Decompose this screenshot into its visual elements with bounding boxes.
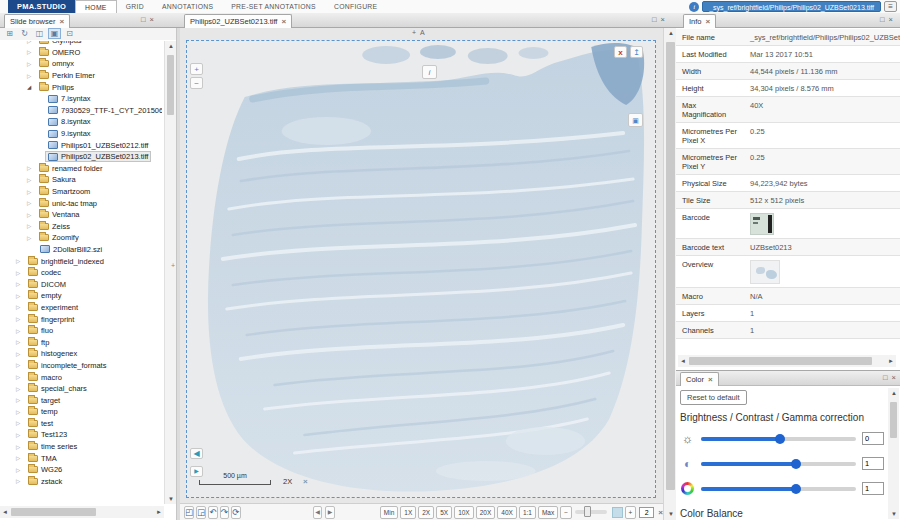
fit-screen-icon[interactable]: ◰	[184, 506, 194, 519]
scroll-down-icon[interactable]: ▼	[168, 496, 174, 502]
tab-viewer-slide[interactable]: Philips02_UZBSet0213.tiff ×	[184, 14, 292, 28]
close-icon[interactable]: ×	[150, 15, 154, 24]
close-slide-button[interactable]: x	[614, 46, 627, 58]
viewport-drag-handle[interactable]: + A	[412, 29, 425, 36]
zoom-slider-minus-button[interactable]: −	[560, 506, 572, 519]
scroll-up-icon[interactable]: ▲	[891, 390, 897, 396]
collapsed-arrow-icon[interactable]: ▷	[27, 73, 36, 79]
collapsed-arrow-icon[interactable]: ▷	[16, 293, 25, 299]
tree-item-wg26[interactable]: ▷WG26	[0, 464, 162, 476]
contrast-slider-track[interactable]	[701, 462, 856, 466]
tree-item-perkin-elmer[interactable]: ▷Perkin Elmer	[0, 70, 162, 82]
close-icon[interactable]: ×	[889, 15, 893, 24]
close-icon[interactable]: ×	[708, 376, 713, 384]
tree-item-experiment[interactable]: ▷experiment	[0, 302, 162, 314]
tree-item-philips[interactable]: ◢Philips	[0, 81, 162, 93]
tree-item-macro[interactable]: ▷macro	[0, 371, 162, 383]
zoom-in-button[interactable]: +	[190, 63, 203, 75]
brightness-slider-track[interactable]	[701, 437, 856, 441]
tree-item-time-series[interactable]: ▷time series	[0, 441, 162, 453]
tree-item-fluo[interactable]: ▷fluo	[0, 325, 162, 337]
brightness-value-input[interactable]	[862, 432, 884, 445]
tab-slide-browser[interactable]: Slide browser ×	[4, 14, 70, 28]
zoom-preset-1-1[interactable]: 1:1	[519, 506, 536, 519]
brightness-slider-thumb[interactable]	[775, 434, 785, 444]
zoom-preset-max[interactable]: Max	[538, 506, 558, 519]
tree-item-sakura[interactable]: ▷Sakura	[0, 174, 162, 186]
collapsed-arrow-icon[interactable]: ▷	[16, 397, 25, 403]
zoom-indicator-close-icon[interactable]: ×	[303, 477, 308, 486]
overview-thumbnail[interactable]	[750, 260, 780, 284]
scrollbar-thumb[interactable]	[666, 42, 675, 490]
collapsed-arrow-icon[interactable]: ▷	[27, 49, 36, 55]
collapsed-arrow-icon[interactable]: ▷	[16, 304, 25, 310]
slide-viewport[interactable]: + − i x ↥ ▣ ◀ ▶ 500 µm 2X ×	[186, 40, 656, 498]
viewer-vertical-scrollbar[interactable]: ▲ ▼	[663, 28, 676, 520]
tree-item-zoomify[interactable]: ▷Zoomify	[0, 232, 162, 244]
tab-info[interactable]: Info ×	[683, 14, 716, 28]
collapsed-arrow-icon[interactable]: ▷	[16, 339, 25, 345]
collapsed-arrow-icon[interactable]: ▷	[16, 258, 25, 264]
info-horizontal-scrollbar[interactable]: ◄ ►	[678, 355, 896, 367]
tree-item-7-isyntax[interactable]: 7.isyntax	[0, 93, 162, 105]
collapsed-arrow-icon[interactable]: ▷	[27, 177, 36, 183]
zoom-preset-5x[interactable]: 5X	[436, 506, 452, 519]
maximize-icon[interactable]: □	[141, 15, 146, 24]
gamma-value-input[interactable]	[862, 482, 884, 495]
tree-item-special-chars[interactable]: ▷special_chars	[0, 383, 162, 395]
expanded-arrow-icon[interactable]: ◢	[27, 84, 36, 90]
collapsed-arrow-icon[interactable]: ▷	[16, 478, 25, 484]
tree-horizontal-scrollbar[interactable]: ◄ ►	[0, 506, 164, 518]
scroll-left-icon[interactable]: ◄	[2, 509, 8, 515]
collapsed-arrow-icon[interactable]: ▷	[16, 362, 25, 368]
session-menu-icon[interactable]: ≡	[884, 1, 897, 12]
collapsed-arrow-icon[interactable]: ▷	[27, 223, 36, 229]
scroll-up-icon[interactable]: ▲	[168, 43, 174, 49]
zoom-preset-10x[interactable]: 10X	[454, 506, 474, 519]
maximize-icon[interactable]: □	[880, 15, 885, 24]
menu-tab-pre-set-annotations[interactable]: PRE-SET ANNOTATIONS	[222, 0, 325, 13]
zoom-region-icon[interactable]: ◲	[196, 506, 206, 519]
app-logo[interactable]: PMA.STUDIO	[8, 0, 75, 13]
tree-item-unic-tac-tmap[interactable]: ▷unic-tac tmap	[0, 197, 162, 209]
scrollbar-thumb[interactable]	[689, 357, 872, 365]
scrollbar-thumb[interactable]	[890, 402, 897, 438]
zoom-out-button[interactable]: −	[190, 77, 203, 89]
tree-item-histogenex[interactable]: ▷histogenex	[0, 348, 162, 360]
collapsed-arrow-icon[interactable]: ▷	[27, 200, 36, 206]
grid-view-icon[interactable]: ⊞	[3, 28, 16, 39]
info-circle-icon[interactable]: i	[689, 2, 699, 12]
splitter-handle[interactable]: +	[171, 262, 175, 269]
tree-item-9-isyntax[interactable]: 9.isyntax	[0, 128, 162, 140]
tree-item-ventana[interactable]: ▷Ventana	[0, 209, 162, 221]
tree-item-philips02-uzbset0213-tiff[interactable]: Philips02_UZBSet0213.tiff	[0, 151, 162, 163]
tree-item-8-isyntax[interactable]: 8.isyntax	[0, 116, 162, 128]
tree-item-incomplete-formats[interactable]: ▷incomplete_formats	[0, 360, 162, 372]
tree-item-brightfield-indexed[interactable]: ▷brightfield_indexed	[0, 255, 162, 267]
collapsed-arrow-icon[interactable]: ▷	[27, 165, 36, 171]
zoom-preset-1x[interactable]: 1X	[400, 506, 416, 519]
scroll-left-icon[interactable]: ◄	[680, 358, 686, 364]
arrow-up-icon[interactable]: ↥	[630, 46, 643, 58]
tree-item-zeiss[interactable]: ▷Zeiss	[0, 221, 162, 233]
scrollbar-thumb[interactable]	[11, 508, 96, 516]
prev-slide-button[interactable]: ◀	[190, 448, 203, 459]
close-icon[interactable]: ×	[281, 18, 286, 26]
toolbar-close-icon[interactable]: ×	[658, 508, 663, 517]
tree-item-zstack[interactable]: ▷zstack	[0, 476, 162, 488]
next-icon[interactable]: ▶	[325, 506, 335, 519]
tree-item-omero[interactable]: ▷OMERO	[0, 47, 162, 59]
collapsed-arrow-icon[interactable]: ▷	[16, 409, 25, 415]
collapsed-arrow-icon[interactable]: ▷	[16, 351, 25, 357]
scroll-down-icon[interactable]: ▼	[891, 511, 897, 517]
tree-item-target[interactable]: ▷target	[0, 394, 162, 406]
reset-to-default-button[interactable]: Reset to default	[680, 390, 747, 405]
zoom-preset-min[interactable]: Min	[380, 506, 398, 519]
tree-item-test123[interactable]: ▷Test123	[0, 429, 162, 441]
tab-color[interactable]: Color ×	[680, 372, 719, 386]
tree-item-empty[interactable]: ▷empty	[0, 290, 162, 302]
collapsed-arrow-icon[interactable]: ▷	[27, 212, 36, 218]
tree-item-fingerprint[interactable]: ▷fingerprint	[0, 313, 162, 325]
collapsed-arrow-icon[interactable]: ▷	[27, 189, 36, 195]
color-vertical-scrollbar[interactable]: ▲ ▼	[888, 388, 899, 519]
